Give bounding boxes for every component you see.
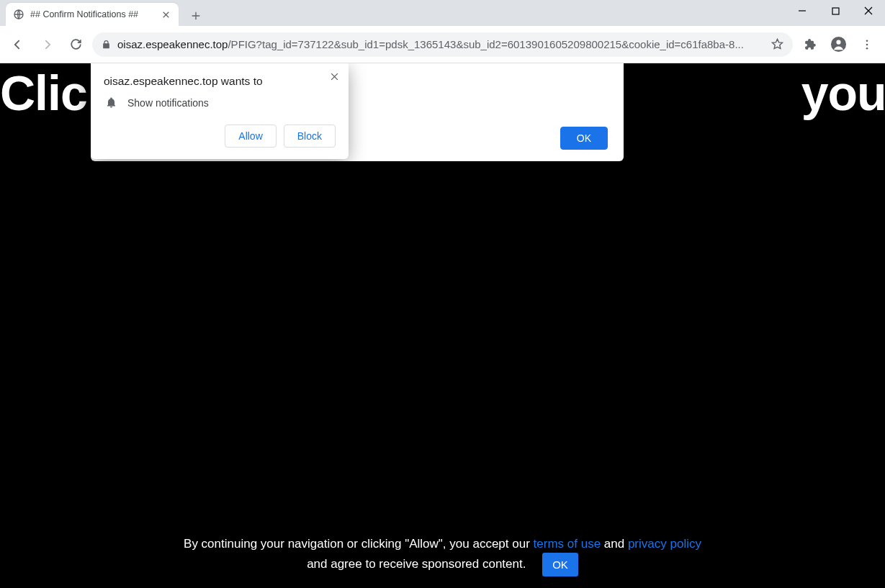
browser-toolbar: oisaz.espeakennec.top/PFIG?tag_id=737122…: [0, 26, 885, 63]
window-controls: [786, 0, 885, 22]
svg-rect-1: [832, 8, 839, 14]
privacy-policy-link[interactable]: privacy policy: [628, 537, 701, 551]
block-button[interactable]: Block: [284, 125, 336, 148]
close-window-button[interactable]: [852, 0, 885, 22]
bell-icon: [105, 96, 117, 109]
consent-text-line1: By continuing your navigation or clickin…: [0, 537, 885, 551]
back-button[interactable]: [6, 32, 30, 57]
tab-close-button[interactable]: [160, 9, 171, 20]
address-bar[interactable]: oisaz.espeakennec.top/PFIG?tag_id=737122…: [92, 32, 793, 57]
new-tab-button[interactable]: [186, 6, 206, 26]
terms-of-use-link[interactable]: terms of use: [534, 537, 601, 551]
forward-button: [35, 32, 59, 57]
consent-bar: By continuing your navigation or clickin…: [0, 533, 885, 588]
permission-title: oisaz.espeakennec.top wants to: [104, 75, 336, 88]
svg-point-5: [866, 43, 868, 45]
tab-title: ## Confirm Notifications ##: [30, 9, 160, 19]
allow-button[interactable]: Allow: [225, 125, 276, 148]
reload-button[interactable]: [63, 32, 88, 57]
tabs-area: ## Confirm Notifications ##: [0, 0, 206, 26]
consent-ok-button[interactable]: OK: [542, 553, 578, 576]
svg-point-4: [866, 40, 868, 42]
notification-permission-prompt: oisaz.espeakennec.top wants to Show noti…: [91, 63, 349, 159]
svg-point-6: [866, 47, 868, 49]
globe-icon: [13, 9, 24, 20]
titlebar: ## Confirm Notifications ##: [0, 0, 885, 26]
alert-ok-button[interactable]: OK: [560, 127, 608, 150]
menu-button[interactable]: [855, 32, 879, 57]
lock-icon[interactable]: [101, 39, 112, 50]
page-viewport: Click the "Allow" button to confirm you …: [0, 63, 885, 588]
svg-point-3: [836, 40, 840, 45]
bookmark-star-icon[interactable]: [771, 37, 784, 51]
profile-button[interactable]: [826, 32, 850, 57]
permission-item-row: Show notifications: [104, 96, 336, 109]
extensions-button[interactable]: [797, 32, 822, 57]
maximize-button[interactable]: [819, 0, 852, 22]
permission-close-button[interactable]: [327, 69, 341, 83]
minimize-button[interactable]: [786, 0, 819, 22]
browser-tab[interactable]: ## Confirm Notifications ##: [6, 3, 179, 26]
consent-text-line2: and agree to receive sponsored content. …: [0, 553, 885, 576]
url-text: oisaz.espeakennec.top/PFIG?tag_id=737122…: [117, 38, 744, 50]
permission-actions: Allow Block: [104, 125, 336, 148]
permission-item-label: Show notifications: [127, 97, 209, 109]
